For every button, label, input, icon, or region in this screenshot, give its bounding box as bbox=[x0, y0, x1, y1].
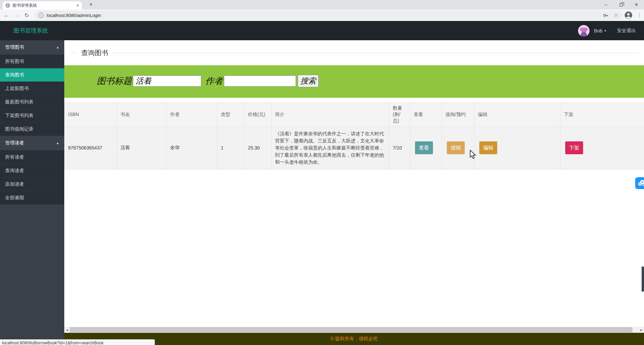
sidebar-item-all-books[interactable]: 所有图书 bbox=[0, 55, 64, 68]
sidebar-item-borrow-records[interactable]: 图书借阅记录 bbox=[0, 122, 64, 136]
sidebar-item-newest-books[interactable]: 最新图书列表 bbox=[0, 95, 64, 109]
address-bar[interactable]: i localhost:8080/adminLogin ☆ bbox=[34, 11, 622, 20]
table-row: 9787506365437 活着 余华 1 25.30 《活着》是作家余华的代表… bbox=[65, 127, 644, 169]
sidebar-section-label: 管理读者 bbox=[5, 140, 24, 146]
scroll-right-icon[interactable]: ▸ bbox=[639, 327, 644, 333]
main-content: 查询图书 图书标题 作者 搜索 bbox=[64, 40, 644, 327]
col-remove: 下架 bbox=[560, 103, 644, 127]
refresh-icon[interactable]: ↻ bbox=[22, 12, 32, 19]
bookmark-star-icon[interactable]: ☆ bbox=[614, 12, 618, 18]
author-label: 作者 bbox=[205, 75, 223, 87]
col-author: 作者 bbox=[167, 103, 217, 127]
screen: 图书管理系统 × + ─ × ← → ↻ i localhost:8080/ad… bbox=[0, 0, 644, 345]
horizontal-scrollbar-thumb[interactable] bbox=[70, 327, 632, 332]
col-view: 查看 bbox=[410, 103, 442, 127]
browser-profile-icon[interactable] bbox=[624, 11, 632, 19]
sidebar-item-removed-books[interactable]: 下架图书列表 bbox=[0, 109, 64, 122]
cloud-drive-icon bbox=[637, 178, 644, 188]
tab-title: 图书管理系统 bbox=[13, 3, 74, 8]
app-navbar: 图书管理系统 Bob ▾ 安全退出 bbox=[0, 21, 644, 40]
col-price: 价格(元) bbox=[245, 103, 272, 127]
caret-up-icon: ▲ bbox=[56, 46, 59, 49]
browser-toolbar: ← → ↻ i localhost:8080/adminLogin ☆ bbox=[0, 9, 644, 21]
sidebar-item-label: 添加读者 bbox=[5, 181, 24, 187]
user-avatar[interactable] bbox=[578, 25, 590, 37]
site-info-icon[interactable]: i bbox=[39, 13, 44, 18]
sidebar-section-manage-books[interactable]: 管理图书 ▲ bbox=[0, 40, 64, 55]
sidebar-item-search-readers[interactable]: 查询读者 bbox=[0, 164, 64, 178]
window-close-button[interactable]: × bbox=[629, 0, 644, 9]
browser-tab-strip: 图书管理系统 × + ─ × bbox=[0, 0, 644, 9]
sidebar-item-label: 所有读者 bbox=[5, 154, 24, 160]
book-title-input[interactable] bbox=[133, 75, 201, 87]
tab-close-icon[interactable]: × bbox=[76, 3, 79, 8]
books-table-wrap: ISBN 书名 作者 类型 价格(元) 简介 数量(剩/总) 查看 借阅/预约 … bbox=[64, 102, 644, 169]
sidebar-item-label: 查询读者 bbox=[5, 168, 24, 174]
caret-up-icon: ▲ bbox=[56, 141, 59, 145]
scroll-left-icon[interactable]: ◂ bbox=[64, 327, 70, 333]
page-title: 查询图书 bbox=[77, 48, 112, 58]
sidebar-item-label: 全部逾期 bbox=[5, 195, 24, 201]
remove-button[interactable]: 下架 bbox=[565, 141, 583, 154]
sidebar-item-all-overdue[interactable]: 全部逾期 bbox=[0, 191, 64, 205]
cell-author: 余华 bbox=[167, 127, 217, 169]
forward-icon[interactable]: → bbox=[12, 12, 22, 18]
vertical-scrollbar-thumb[interactable] bbox=[642, 267, 644, 292]
app-brand[interactable]: 图书管理系统 bbox=[14, 21, 48, 40]
sidebar-item-add-book[interactable]: 上架新图书 bbox=[0, 82, 64, 95]
logout-link[interactable]: 安全退出 bbox=[617, 28, 636, 34]
url-text[interactable]: localhost:8080/adminLogin bbox=[47, 13, 603, 18]
sidebar-item-add-reader[interactable]: 添加读者 bbox=[0, 178, 64, 191]
col-title: 书名 bbox=[117, 103, 167, 127]
new-tab-button[interactable]: + bbox=[87, 1, 95, 8]
cell-summary: 《活着》是作家余华的代表作之一，讲述了在大时代背景下，随着内战、三反五反，大跃进… bbox=[272, 127, 389, 169]
sidebar-section-label: 管理图书 bbox=[5, 44, 24, 50]
window-controls: ─ × bbox=[598, 0, 644, 9]
col-edit: 编辑 bbox=[475, 103, 560, 127]
browser-tab[interactable]: 图书管理系统 × bbox=[3, 1, 82, 9]
search-button[interactable]: 搜索 bbox=[298, 75, 319, 87]
page-title-row: 查询图书 bbox=[72, 48, 639, 58]
col-type: 类型 bbox=[217, 103, 245, 127]
col-quantity: 数量(剩/总) bbox=[389, 103, 410, 127]
book-title-label: 图书标题 bbox=[97, 75, 132, 87]
cell-type: 1 bbox=[217, 127, 245, 169]
navbar-user-area: Bob ▾ 安全退出 bbox=[578, 21, 636, 40]
globe-favicon-icon bbox=[5, 3, 10, 8]
sidebar: 管理图书 ▲ 所有图书 查询图书 上架新图书 最新图书列表 下架图书列表 图书借… bbox=[0, 40, 64, 339]
sidebar-item-label: 下架图书列表 bbox=[5, 113, 33, 119]
sidebar-item-label: 所有图书 bbox=[5, 59, 24, 65]
sidebar-item-label: 图书借阅记录 bbox=[5, 126, 33, 132]
sidebar-item-label: 最新图书列表 bbox=[5, 99, 33, 105]
view-button[interactable]: 查看 bbox=[415, 141, 433, 154]
cell-quantity: 7/10 bbox=[389, 127, 410, 169]
col-summary: 简介 bbox=[272, 103, 389, 127]
divider bbox=[72, 53, 77, 53]
user-caret-down-icon[interactable]: ▾ bbox=[604, 29, 606, 32]
cell-title: 活着 bbox=[117, 127, 167, 169]
col-isbn: ISBN bbox=[65, 103, 117, 127]
window-restore-button[interactable] bbox=[614, 0, 629, 9]
cloud-drive-badge[interactable] bbox=[635, 177, 644, 189]
table-header-row: ISBN 书名 作者 类型 价格(元) 简介 数量(剩/总) 查看 借阅/预约 … bbox=[65, 103, 644, 127]
books-table: ISBN 书名 作者 类型 价格(元) 简介 数量(剩/总) 查看 借阅/预约 … bbox=[64, 102, 644, 169]
restore-icon bbox=[620, 3, 623, 6]
divider bbox=[112, 53, 639, 53]
sidebar-section-manage-readers[interactable]: 管理读者 ▲ bbox=[0, 136, 64, 151]
window-minimize-button[interactable]: ─ bbox=[598, 0, 614, 9]
cell-isbn: 9787506365437 bbox=[65, 127, 117, 169]
back-icon[interactable]: ← bbox=[1, 12, 12, 18]
col-borrow: 借阅/预约 bbox=[442, 103, 475, 127]
username-label[interactable]: Bob bbox=[594, 28, 602, 33]
key-icon[interactable] bbox=[603, 13, 608, 18]
borrow-button[interactable]: 借阅 bbox=[447, 141, 465, 154]
sidebar-item-search-books[interactable]: 查询图书 bbox=[0, 68, 64, 82]
mouse-cursor-icon bbox=[469, 150, 478, 159]
edit-button[interactable]: 编辑 bbox=[479, 141, 497, 154]
browser-menu-icon[interactable]: ⋮ bbox=[637, 12, 642, 18]
horizontal-scrollbar[interactable]: ◂ ▸ bbox=[64, 327, 644, 333]
cell-price: 25.30 bbox=[245, 127, 272, 169]
sidebar-item-all-readers[interactable]: 所有读者 bbox=[0, 151, 64, 164]
search-form: 图书标题 作者 搜索 bbox=[97, 75, 319, 87]
author-input[interactable] bbox=[224, 75, 296, 87]
